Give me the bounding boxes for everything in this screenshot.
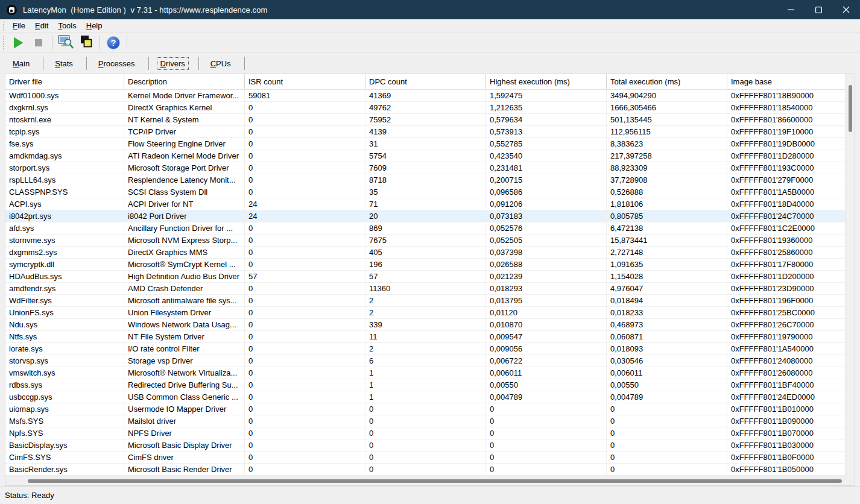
table-row-storport-sys[interactable]: storport.sysMicrosoft Storage Port Drive… xyxy=(5,162,845,174)
table-row-i8042prt-sys[interactable]: i8042prt.sysi8042 Port Driver24200,07318… xyxy=(5,210,845,222)
table-row-acpi-sys[interactable]: ACPI.sysACPI Driver for NT24710,0912061,… xyxy=(5,198,845,210)
table-row-stornvme-sys[interactable]: stornvme.sysMicrosoft NVM Express Storp.… xyxy=(5,235,845,247)
tab-cpus[interactable]: CPUs xyxy=(199,55,245,72)
table-row-ntfs-sys[interactable]: Ntfs.sysNT File System Driver0110,009547… xyxy=(5,331,845,343)
cell-image-base: 0xFFFFF801'279F0000 xyxy=(727,174,843,186)
latency-test-button[interactable] xyxy=(57,34,75,51)
cell-isr-count: 0 xyxy=(245,391,365,403)
table-row-iorate-sys[interactable]: iorate.sysI/O rate control Filter020,009… xyxy=(5,343,845,355)
table-row-uiomap-sys[interactable]: uiomap.sysUsermode IO Mapper Driver00000… xyxy=(5,403,845,415)
cell-driver-file: stornvme.sys xyxy=(5,235,124,246)
tab-main[interactable]: Main xyxy=(1,55,43,72)
column-header-dpc-count[interactable]: DPC count xyxy=(365,74,486,89)
cell-description: TCP/IP Driver xyxy=(124,126,245,137)
cell-driver-file: rdbss.sys xyxy=(5,379,124,391)
cell-description: Union Filesystem Driver xyxy=(124,307,245,318)
table-row-ndu-sys[interactable]: Ndu.sysWindows Network Data Usag...03390… xyxy=(5,319,845,331)
table-row-cimfs-sys[interactable]: CimFS.SYSCimFS driver00000xFFFFF801'1B0F… xyxy=(5,452,845,464)
table-row-tcpip-sys[interactable]: tcpip.sysTCP/IP Driver041390,573913112,9… xyxy=(5,126,845,138)
cell-total-execution-ms: 0 xyxy=(607,464,727,475)
cell-dpc-count: 2 xyxy=(365,343,486,354)
menu-item-file[interactable]: File xyxy=(8,20,30,31)
tab-stats[interactable]: Stats xyxy=(43,55,87,72)
tab-processes[interactable]: Processes xyxy=(87,55,149,72)
column-header-total-execution-ms[interactable]: Total execution (ms) xyxy=(607,74,727,89)
cell-total-execution-ms: 0,006011 xyxy=(607,367,727,379)
window-title: LatencyMon (Home Edition ) v 7.31 - http… xyxy=(23,5,267,14)
close-icon xyxy=(843,6,850,13)
table-row-usbccgp-sys[interactable]: usbccgp.sysUSB Common Class Generic ...0… xyxy=(5,391,845,403)
table-row-wdfilter-sys[interactable]: WdFilter.sysMicrosoft antimalware file s… xyxy=(5,295,845,307)
horizontal-scrollbar[interactable] xyxy=(5,476,845,485)
copy-report-button[interactable] xyxy=(77,34,95,51)
table-row-hdaudbus-sys[interactable]: HDAudBus.sysHigh Definition Audio Bus Dr… xyxy=(5,271,845,283)
column-header-highest-execution-ms[interactable]: Highest execution (ms) xyxy=(486,74,607,89)
toolbar-separator xyxy=(127,36,127,49)
table-row-dxgkrnl-sys[interactable]: dxgkrnl.sysDirectX Graphics Kernel049762… xyxy=(5,102,845,114)
cell-highest-execution-ms: 0,009056 xyxy=(486,343,607,354)
maximize-button[interactable] xyxy=(805,0,832,19)
table-row-basicrender-sys[interactable]: BasicRender.sysMicrosoft Basic Render Dr… xyxy=(5,464,845,476)
menu-item-help[interactable]: Help xyxy=(81,20,107,31)
tab-drivers[interactable]: Drivers xyxy=(149,55,199,72)
table-row-rsplll64-sys[interactable]: rspLLL64.sysResplendence Latency Monit..… xyxy=(5,174,845,186)
cell-driver-file: Ndu.sys xyxy=(5,319,124,330)
cell-description: Microsoft Basic Display Driver xyxy=(124,439,245,451)
cell-isr-count: 59081 xyxy=(245,90,365,101)
cell-isr-count: 0 xyxy=(245,367,365,379)
horizontal-scrollbar-thumb[interactable] xyxy=(28,479,842,483)
table-row-amdkmdag-sys[interactable]: amdkmdag.sysATI Radeon Kernel Mode Drive… xyxy=(5,150,845,162)
cell-driver-file: vmswitch.sys xyxy=(5,367,124,379)
table-row-amdfendr-sys[interactable]: amdfendr.sysAMD Crash Defender0113600,01… xyxy=(5,283,845,295)
cell-isr-count: 57 xyxy=(245,271,365,282)
cell-dpc-count: 41369 xyxy=(365,90,486,101)
help-button[interactable]: ? xyxy=(104,34,122,51)
table-row-storvsp-sys[interactable]: storvsp.sysStorage vsp Driver060,0067220… xyxy=(5,355,845,367)
cell-total-execution-ms: 1,154028 xyxy=(607,271,727,282)
column-header-image-base[interactable]: Image base xyxy=(727,74,843,89)
table-row-fse-sys[interactable]: fse.sysFlow Steering Engine Driver0310,5… xyxy=(5,138,845,150)
menu-item-edit[interactable]: Edit xyxy=(30,20,53,31)
cell-isr-count: 24 xyxy=(245,210,365,222)
start-monitoring-button[interactable] xyxy=(9,34,27,51)
cell-image-base: 0xFFFFF801'24ED0000 xyxy=(727,391,843,403)
cell-image-base: 0xFFFFF801'1C2E0000 xyxy=(727,222,843,234)
column-header-isr-count[interactable]: ISR count xyxy=(245,74,365,89)
cell-total-execution-ms: 0 xyxy=(607,439,727,451)
table-row-rdbss-sys[interactable]: rdbss.sysRedirected Drive Buffering Su..… xyxy=(5,379,845,391)
cell-total-execution-ms: 217,397258 xyxy=(607,150,727,162)
table-row-ntoskrnl-exe[interactable]: ntoskrnl.exeNT Kernel & System0759520,57… xyxy=(5,114,845,126)
cell-dpc-count: 2 xyxy=(365,295,486,306)
table-row-npfs-sys[interactable]: Npfs.SYSNPFS Driver00000xFFFFF801'1B0700… xyxy=(5,427,845,439)
close-button[interactable] xyxy=(832,0,860,19)
table-row-afd-sys[interactable]: afd.sysAncillary Function Driver for ...… xyxy=(5,222,845,235)
cell-image-base: 0xFFFFF801'1B050000 xyxy=(727,464,843,475)
cell-image-base: 0xFFFFF801'18D40000 xyxy=(727,198,843,210)
menu-item-tools[interactable]: Tools xyxy=(53,20,81,31)
cell-highest-execution-ms: 0,423540 xyxy=(486,150,607,162)
help-icon: ? xyxy=(107,36,120,49)
table-row-basicdisplay-sys[interactable]: BasicDisplay.sysMicrosoft Basic Display … xyxy=(5,439,845,452)
table-row-classpnp-sys[interactable]: CLASSPNP.SYSSCSI Class System Dll0350,09… xyxy=(5,186,845,198)
cell-isr-count: 0 xyxy=(245,126,365,137)
cell-driver-file: HDAudBus.sys xyxy=(5,271,124,282)
table-row-symcryptk-dll[interactable]: symcryptk.dllMicrosoft® SymCrypt Kernel … xyxy=(5,259,845,271)
table-row-dxgmms2-sys[interactable]: dxgmms2.sysDirectX Graphics MMS04050,037… xyxy=(5,247,845,259)
cell-image-base: 0xFFFFF801'1D280000 xyxy=(727,150,843,162)
column-header-driver-file[interactable]: Driver file xyxy=(5,74,124,89)
cell-isr-count: 0 xyxy=(245,439,365,451)
cell-total-execution-ms: 501,135445 xyxy=(607,114,727,125)
minimize-button[interactable] xyxy=(777,0,805,19)
table-row-unionfs-sys[interactable]: UnionFS.sysUnion Filesystem Driver020,01… xyxy=(5,307,845,319)
cell-dpc-count: 75952 xyxy=(365,114,486,125)
stop-monitoring-button[interactable] xyxy=(30,34,48,51)
table-row-vmswitch-sys[interactable]: vmswitch.sysMicrosoft® Network Virtualiz… xyxy=(5,367,845,379)
cell-dpc-count: 1 xyxy=(365,367,486,379)
table-row-msfs-sys[interactable]: Msfs.SYSMailslot driver00000xFFFFF801'1B… xyxy=(5,415,845,427)
vertical-scrollbar[interactable] xyxy=(845,74,855,476)
cell-driver-file: BasicRender.sys xyxy=(5,464,124,475)
table-row-wdf01000-sys[interactable]: Wdf01000.sysKernel Mode Driver Framewor.… xyxy=(5,90,845,102)
vertical-scrollbar-thumb[interactable] xyxy=(849,85,852,132)
cell-description: NPFS Driver xyxy=(124,427,245,439)
column-header-description[interactable]: Description xyxy=(124,74,245,89)
